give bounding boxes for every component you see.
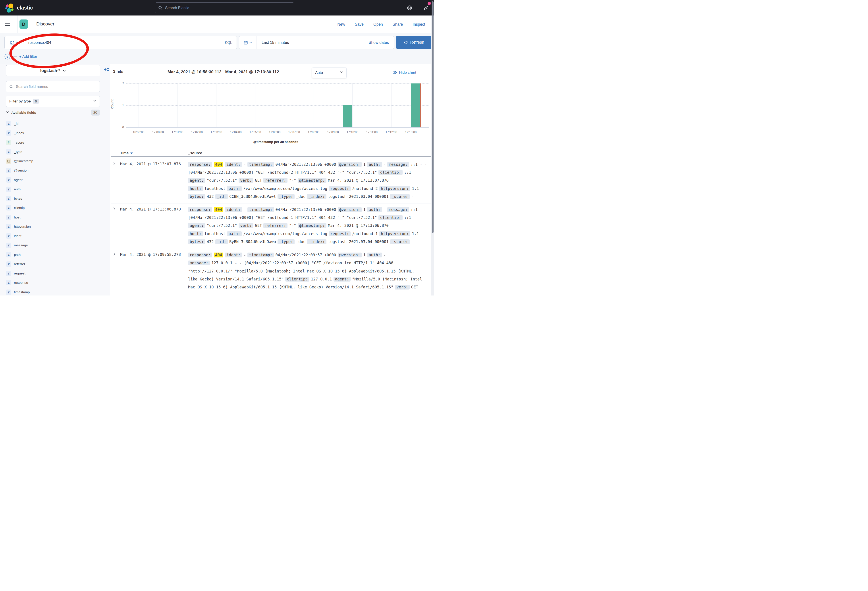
calendar-icon <box>6 158 11 164</box>
nav-action-inspect[interactable]: Inspect <box>413 22 425 27</box>
nav-action-open[interactable]: Open <box>373 22 383 27</box>
global-search-input[interactable] <box>165 6 291 10</box>
field-value: Mac OS X 10_15_6) AppleWebKit/605.1.15 (… <box>188 285 393 289</box>
doc-source: response:404ident:-timestamp:04/Mar/2021… <box>188 161 431 201</box>
add-filter-button[interactable]: + Add filter <box>19 55 37 59</box>
field-item-referrer[interactable]: treferrer <box>6 259 103 269</box>
field-value: 432 <box>207 194 214 199</box>
elastic-logo[interactable]: elastic <box>5 3 33 12</box>
field-value: 432 <box>207 239 214 244</box>
query-language-button[interactable]: KQL <box>220 40 236 45</box>
hide-chart-button[interactable]: Hide chart <box>393 70 416 75</box>
refresh-button[interactable]: Refresh <box>396 36 433 49</box>
field-item-response[interactable]: tresponse <box>6 278 103 287</box>
field-chip: timestamp: <box>247 162 274 167</box>
field-item-_score[interactable]: #_score <box>6 138 103 147</box>
field-value: ::1 <box>404 170 411 174</box>
field-item-host[interactable]: thost <box>6 213 103 222</box>
field-search-input[interactable] <box>15 84 100 89</box>
search-icon <box>9 84 13 89</box>
field-value: Mar 4, 2021 @ 17:13:06.870 <box>328 223 389 228</box>
query-input[interactable] <box>24 40 220 45</box>
field-name: @version <box>14 168 28 173</box>
menu-icon[interactable] <box>5 22 10 27</box>
field-value: /var/www/example.com/logs/access.log <box>243 186 327 191</box>
number-type-icon: # <box>6 140 11 145</box>
field-item-_type[interactable]: t_type <box>6 147 103 157</box>
y-tick-label: 1 <box>117 103 124 107</box>
field-item-message[interactable]: tmessage <box>6 241 103 250</box>
field-item-_id[interactable]: t_id <box>6 119 103 129</box>
field-value: "-" <box>289 178 296 183</box>
field-chip: request: <box>329 231 351 236</box>
field-chip: _type: <box>278 239 295 244</box>
eye-closed-icon <box>393 70 397 75</box>
source-line: bytes:432_id:CCBN_3cB04dGovJLPawl_type:_… <box>188 192 431 201</box>
field-value: _doc <box>296 239 306 244</box>
text-type-icon: t <box>6 121 11 126</box>
field-name: host <box>14 216 21 219</box>
available-fields-header[interactable]: Available fields 20 <box>6 109 100 115</box>
show-dates-button[interactable]: Show dates <box>369 40 394 45</box>
highlighted-value: 404 <box>214 253 223 257</box>
field-item-auth[interactable]: tauth <box>6 185 103 194</box>
field-item-httpversion[interactable]: thttpversion <box>6 222 103 231</box>
field-value: CCBN_3cB04dGovJLPawl <box>229 194 276 199</box>
filter-menu-icon[interactable] <box>4 53 10 59</box>
field-item-_index[interactable]: t_index <box>6 129 103 138</box>
interval-select[interactable]: Auto <box>312 68 347 78</box>
app-badge[interactable]: D <box>19 19 28 29</box>
divider <box>35 15 35 33</box>
global-search[interactable] <box>155 3 294 13</box>
field-name: agent <box>14 178 22 182</box>
field-item-path[interactable]: tpath <box>6 250 103 259</box>
expand-row-icon[interactable] <box>113 253 116 257</box>
source-line: [04/Mar/2021:22:13:06 +0000] "GET /notfo… <box>188 214 431 222</box>
column-header-source[interactable]: _source <box>188 151 202 155</box>
field-value: - <box>384 207 386 212</box>
x-tick-label: 17:05:00 <box>245 130 265 134</box>
x-tick-label: 17:12:00 <box>381 130 401 134</box>
field-name: referrer <box>14 262 25 266</box>
field-chip: message: <box>387 162 409 167</box>
field-value: 127.0.0.1 - - [04/Mar/2021:22:09:57 +000… <box>211 261 393 265</box>
text-type-icon: t <box>6 271 11 276</box>
field-item-@version[interactable]: t@version <box>6 166 103 175</box>
field-chip: ident: <box>225 253 242 257</box>
histogram-bar[interactable] <box>343 105 353 127</box>
collapse-sidebar-icon[interactable] <box>104 67 109 73</box>
saved-query-menu-button[interactable] <box>4 36 24 49</box>
field-item-@timestamp[interactable]: @timestamp <box>6 157 103 166</box>
field-chip: verb: <box>395 285 410 290</box>
field-chip: referrer: <box>263 223 288 228</box>
field-item-ident[interactable]: tident <box>6 231 103 241</box>
expand-row-icon[interactable] <box>113 162 116 166</box>
help-icon[interactable] <box>407 5 412 12</box>
field-search[interactable] <box>6 81 100 92</box>
nav-action-new[interactable]: New <box>337 22 345 27</box>
field-item-clientip[interactable]: tclientip <box>6 203 103 213</box>
table-header-divider <box>111 156 431 157</box>
field-item-bytes[interactable]: tbytes <box>6 194 103 203</box>
field-item-timestamp[interactable]: ttimestamp <box>6 288 103 296</box>
scrollbar-thumb[interactable] <box>432 1 434 233</box>
field-chip: bytes: <box>188 194 205 199</box>
histogram-bar[interactable] <box>411 83 421 127</box>
nav-action-share[interactable]: Share <box>393 22 403 27</box>
text-type-icon: t <box>6 242 11 248</box>
field-item-request[interactable]: trequest <box>6 269 103 278</box>
column-header-time[interactable]: Time <box>120 151 133 155</box>
expand-row-icon[interactable] <box>113 207 116 211</box>
newsfeed-icon[interactable] <box>423 5 429 12</box>
field-name: auth <box>14 187 21 191</box>
filter-by-type[interactable]: Filter by type 0 <box>6 96 100 107</box>
date-picker-toggle[interactable] <box>239 36 257 49</box>
index-pattern-selector[interactable]: logstash-* <box>6 65 100 76</box>
field-chip: auth: <box>367 162 382 167</box>
field-value: 127.0.0.1 <box>311 277 332 281</box>
nav-action-save[interactable]: Save <box>355 22 364 27</box>
time-range-value[interactable]: Last 15 minutes <box>257 40 369 45</box>
field-chip: host: <box>188 186 203 191</box>
text-type-icon: t <box>6 215 11 220</box>
field-item-agent[interactable]: tagent <box>6 175 103 185</box>
